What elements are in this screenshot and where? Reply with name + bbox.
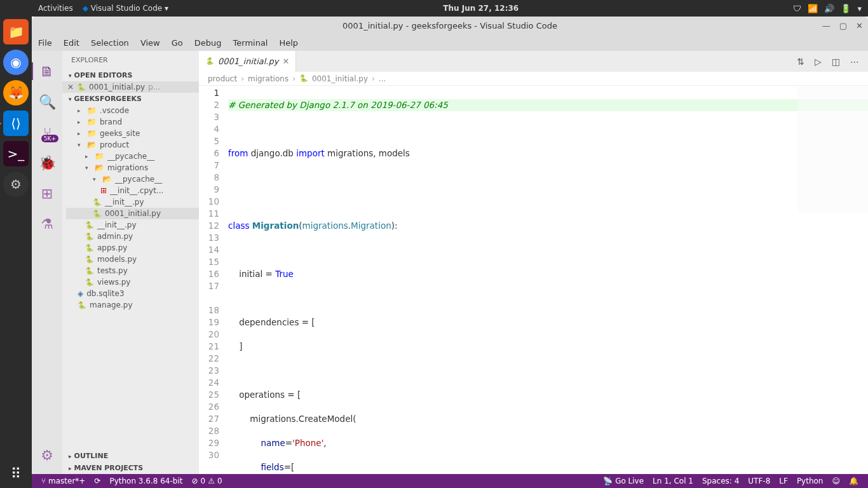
compare-icon[interactable]: ⇅ [797, 57, 804, 67]
menu-go[interactable]: Go [172, 38, 183, 48]
tab-initial[interactable]: 🐍 0001_initial.py ✕ [199, 51, 296, 72]
status-feedback[interactable]: ☺ [827, 477, 844, 485]
status-problems[interactable]: ⊘ 0 ⚠ 0 [187, 477, 226, 485]
status-sync[interactable]: ⟳ [90, 477, 105, 485]
status-spaces[interactable]: Spaces: 4 [698, 477, 743, 485]
tree-tests[interactable]: 🐍tests.py [66, 265, 199, 276]
activity-explorer[interactable]: 🗎 [32, 56, 62, 86]
tree-init2[interactable]: 🐍__init__.py [66, 219, 199, 231]
tree-vscode[interactable]: ▸📁.vscode [66, 105, 199, 116]
status-golive[interactable]: 📡 Go Live [599, 477, 648, 485]
launcher-show-apps[interactable]: ⠿ [11, 466, 21, 482]
menu-debug[interactable]: Debug [194, 38, 222, 48]
tree-migrations[interactable]: ▾📂migrations [66, 162, 199, 173]
launcher-files[interactable]: 📁 [3, 19, 29, 44]
status-python[interactable]: Python 3.6.8 64-bit [105, 477, 187, 485]
split-icon[interactable]: ◫ [832, 57, 840, 67]
tree-brand[interactable]: ▸📁brand [66, 116, 199, 128]
status-lang[interactable]: Python [792, 477, 828, 485]
activity-extensions[interactable]: ⊞ [32, 178, 62, 208]
section-maven[interactable]: MAVEN PROJECTS [62, 462, 199, 474]
run-icon[interactable]: ▷ [815, 57, 822, 67]
statusbar: ⑂ master*+ ⟳ Python 3.6.8 64-bit ⊘ 0 ⚠ 0… [32, 474, 868, 488]
clock[interactable]: Thu Jun 27, 12:36 [443, 4, 519, 13]
code-editor[interactable]: 1234567891011121314151617181920212223242… [199, 86, 868, 474]
tree-initial[interactable]: 🐍0001_initial.py [66, 208, 199, 219]
tree-models[interactable]: 🐍models.py [66, 254, 199, 265]
window-titlebar: 0001_initial.py - geeksforgeeks - Visual… [32, 17, 868, 34]
editor: 🐍 0001_initial.py ✕ ⇅ ▷ ◫ ⋯ product› mig… [199, 51, 868, 474]
minimap[interactable] [798, 86, 868, 213]
activity-search[interactable]: 🔍 [32, 86, 62, 117]
activity-bar: 🗎 🔍 ⑂5K+ 🐞 ⊞ ⚗ ⚙ [32, 51, 62, 474]
gnome-topbar: Activities ◆ Visual Studio Code ▾ Thu Ju… [32, 0, 868, 17]
power-icon[interactable]: ▾ [857, 4, 862, 13]
status-encoding[interactable]: UTF-8 [743, 477, 775, 485]
volume-icon[interactable]: 🔊 [824, 4, 834, 13]
tab-close-icon[interactable]: ✕ [282, 57, 289, 66]
activity-settings[interactable]: ⚙ [32, 440, 62, 470]
wifi-icon[interactable]: 📶 [808, 4, 818, 13]
menubar: File Edit Selection View Go Debug Termin… [32, 34, 868, 51]
launcher-terminal[interactable]: >_ [3, 141, 29, 166]
section-open-editors[interactable]: OPEN EDITORS [62, 69, 199, 81]
activity-scm[interactable]: ⑂5K+ [32, 117, 62, 147]
python-icon: 🐍 [205, 57, 214, 65]
status-branch[interactable]: ⑂ master*+ [37, 477, 90, 485]
menu-file[interactable]: File [38, 38, 52, 48]
launcher-firefox[interactable]: 🦊 [3, 80, 29, 105]
code-content[interactable]: # Generated by Django 2.1.7 on 2019-06-2… [228, 86, 868, 474]
python-icon: 🐍 [77, 83, 86, 92]
editor-tabs: 🐍 0001_initial.py ✕ ⇅ ▷ ◫ ⋯ [199, 51, 868, 72]
status-position[interactable]: Ln 1, Col 1 [648, 477, 698, 485]
tree-db[interactable]: ◈db.sqlite3 [66, 288, 199, 299]
tree-init-cpyt[interactable]: ⊞__init__.cpyt... [66, 185, 199, 196]
tree-views[interactable]: 🐍views.py [66, 276, 199, 288]
section-outline[interactable]: OUTLINE [62, 450, 199, 462]
tree-apps[interactable]: 🐍apps.py [66, 242, 199, 254]
tree-init1[interactable]: 🐍__init__.py [66, 196, 199, 208]
breadcrumb[interactable]: product› migrations› 🐍0001_initial.py› .… [199, 72, 868, 86]
tree-manage[interactable]: 🐍manage.py [66, 299, 199, 311]
close-icon[interactable]: ✕ [67, 83, 74, 92]
sidebar-title: EXPLORER [62, 51, 199, 69]
menu-terminal[interactable]: Terminal [233, 38, 268, 48]
tree-pycache[interactable]: ▸📁__pycache__ [66, 151, 199, 162]
battery-icon[interactable]: 🔋 [841, 4, 851, 13]
open-editor-item[interactable]: ✕ 🐍 0001_initial.py p... [62, 81, 199, 93]
tree-geeks-site[interactable]: ▸📁geeks_site [66, 128, 199, 139]
activity-test[interactable]: ⚗ [32, 208, 62, 239]
activity-debug[interactable]: 🐞 [32, 147, 62, 178]
line-numbers: 1234567891011121314151617181920212223242… [199, 86, 228, 474]
tree-product[interactable]: ▾📂product [66, 139, 199, 151]
launcher-chromium[interactable]: ◉ [3, 50, 29, 75]
status-notifications[interactable]: 🔔 [844, 477, 863, 485]
shield-icon[interactable]: 🛡 [793, 4, 801, 13]
minimize-button[interactable]: — [822, 21, 831, 30]
menu-edit[interactable]: Edit [64, 38, 79, 48]
status-eol[interactable]: LF [775, 477, 792, 485]
menu-selection[interactable]: Selection [91, 38, 129, 48]
app-menu[interactable]: ◆ Visual Studio Code ▾ [83, 4, 168, 13]
maximize-button[interactable]: ▢ [839, 21, 847, 30]
activities-button[interactable]: Activities [38, 4, 73, 13]
window-title: 0001_initial.py - geeksforgeeks - Visual… [342, 21, 557, 30]
launcher-settings[interactable]: ⚙ [3, 172, 29, 197]
ubuntu-launcher: 📁 ◉ 🦊 ⟨⟩ >_ ⚙ ⠿ [0, 0, 32, 488]
sidebar: EXPLORER OPEN EDITORS ✕ 🐍 0001_initial.p… [62, 51, 199, 474]
tree-admin[interactable]: 🐍admin.py [66, 231, 199, 242]
section-workspace[interactable]: GEEKSFORGEEKS [62, 93, 199, 105]
more-icon[interactable]: ⋯ [850, 57, 859, 67]
menu-view[interactable]: View [140, 38, 160, 48]
launcher-vscode[interactable]: ⟨⟩ [3, 111, 29, 136]
tree-pycache2[interactable]: ▾📂__pycache__ [66, 173, 199, 185]
menu-help[interactable]: Help [279, 38, 298, 48]
close-button[interactable]: ✕ [856, 21, 863, 30]
